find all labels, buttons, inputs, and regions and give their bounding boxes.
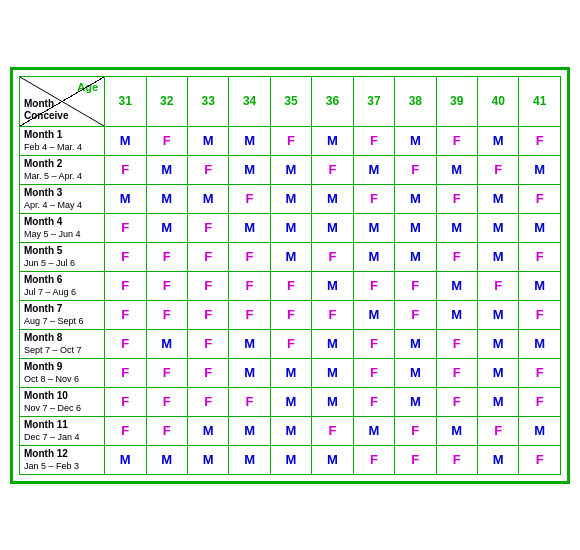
male-value: M [327,278,338,293]
female-value: F [163,365,171,380]
value-cell: M [478,184,519,213]
month-name: Month 8 [24,332,62,343]
value-cell: F [312,155,353,184]
value-cell: F [353,184,394,213]
male-value: M [493,307,504,322]
value-cell: F [187,242,228,271]
value-cell: M [519,416,561,445]
female-value: F [204,394,212,409]
female-value: F [287,278,295,293]
value-cell: M [229,358,270,387]
month-cell-8: Month 8Sept 7 – Oct 7 [20,329,105,358]
male-value: M [534,423,545,438]
value-cell: F [146,358,187,387]
female-value: F [370,365,378,380]
table-row: Month 7Aug 7 – Sept 6FFFFFFMFMMF [20,300,561,329]
female-value: F [453,452,461,467]
table-row: Month 12Jan 5 – Feb 3MMMMMMFFFMF [20,445,561,474]
value-cell: M [270,184,311,213]
female-value: F [536,249,544,264]
value-cell: M [353,416,394,445]
value-cell: F [270,271,311,300]
male-value: M [410,249,421,264]
value-cell: M [395,329,436,358]
value-cell: F [353,329,394,358]
value-cell: M [353,213,394,242]
month-cell-7: Month 7Aug 7 – Sept 6 [20,300,105,329]
table-row: Month 6Jul 7 – Aug 6FFFFFMFFMFM [20,271,561,300]
value-cell: F [270,329,311,358]
month-date: Feb 4 – Mar. 4 [24,142,82,152]
value-cell: M [312,445,353,474]
male-value: M [161,162,172,177]
value-cell: M [229,445,270,474]
value-cell: F [519,387,561,416]
male-value: M [203,423,214,438]
female-value: F [246,394,254,409]
value-cell: M [146,445,187,474]
male-value: M [120,191,131,206]
female-value: F [494,162,502,177]
female-value: F [204,220,212,235]
male-value: M [451,220,462,235]
value-cell: F [519,126,561,155]
month-date: Dec 7 – Jan 4 [24,432,80,442]
value-cell: F [353,126,394,155]
male-value: M [327,191,338,206]
value-cell: M [187,126,228,155]
female-value: F [246,249,254,264]
male-value: M [244,336,255,351]
female-value: F [121,278,129,293]
value-cell: F [395,300,436,329]
value-cell: F [395,155,436,184]
month-cell-1: Month 1Feb 4 – Mar. 4 [20,126,105,155]
male-value: M [244,133,255,148]
female-value: F [370,452,378,467]
value-cell: F [146,300,187,329]
value-cell: F [229,242,270,271]
value-cell: M [146,213,187,242]
month-name: Month 6 [24,274,62,285]
month-cell-6: Month 6Jul 7 – Aug 6 [20,271,105,300]
month-cell-11: Month 11Dec 7 – Jan 4 [20,416,105,445]
female-value: F [328,249,336,264]
female-value: F [411,452,419,467]
table-row: Month 3Apr. 4 – May 4MMMFMMFMFMF [20,184,561,213]
value-cell: M [105,445,146,474]
male-value: M [410,133,421,148]
value-cell: F [105,155,146,184]
female-value: F [494,423,502,438]
female-value: F [204,365,212,380]
table-row: Month 9Oct 8 – Nov 6FFFMMMFMFMF [20,358,561,387]
value-cell: F [187,358,228,387]
female-value: F [204,307,212,322]
value-cell: M [105,184,146,213]
male-value: M [286,162,297,177]
value-cell: M [478,329,519,358]
male-value: M [534,278,545,293]
table-row: Month 1Feb 4 – Mar. 4MFMMFMFMFMF [20,126,561,155]
male-value: M [203,452,214,467]
value-cell: M [478,213,519,242]
value-cell: F [436,184,477,213]
male-value: M [534,336,545,351]
table-row: Month 8Sept 7 – Oct 7FMFMFMFMFMM [20,329,561,358]
value-cell: M [312,358,353,387]
female-value: F [370,336,378,351]
value-cell: F [478,416,519,445]
value-cell: M [270,416,311,445]
month-cell-3: Month 3Apr. 4 – May 4 [20,184,105,213]
age-header-39: 39 [436,76,477,126]
month-date: Jun 5 – Jul 6 [24,258,75,268]
value-cell: M [270,445,311,474]
value-cell: F [105,242,146,271]
value-cell: M [187,184,228,213]
value-cell: F [436,358,477,387]
female-value: F [370,133,378,148]
month-name: Month 12 [24,448,68,459]
male-value: M [534,220,545,235]
month-date: Mar. 5 – Apr. 4 [24,171,82,181]
conceive-label: Conceive [24,110,68,122]
male-value: M [161,191,172,206]
male-value: M [286,191,297,206]
